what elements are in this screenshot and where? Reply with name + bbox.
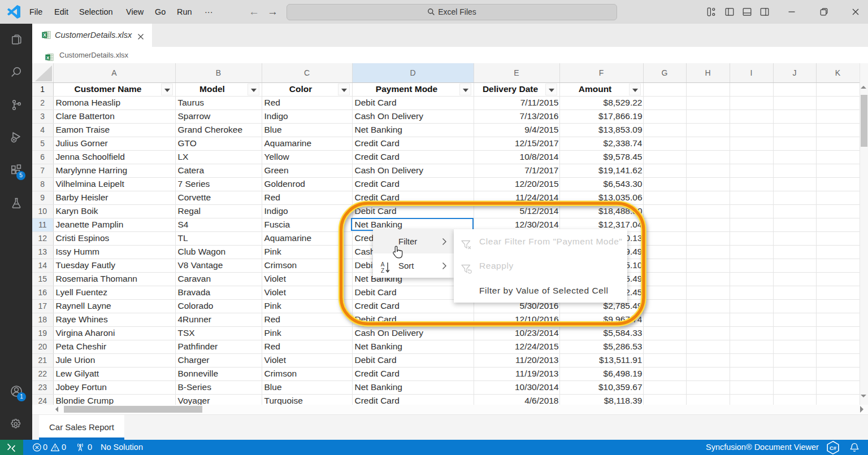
svg-text:C#: C# — [830, 445, 837, 451]
svg-text:X: X — [46, 55, 50, 60]
svg-text:Z: Z — [381, 268, 384, 274]
svg-text:A: A — [381, 261, 385, 268]
svg-text:X: X — [43, 32, 46, 38]
